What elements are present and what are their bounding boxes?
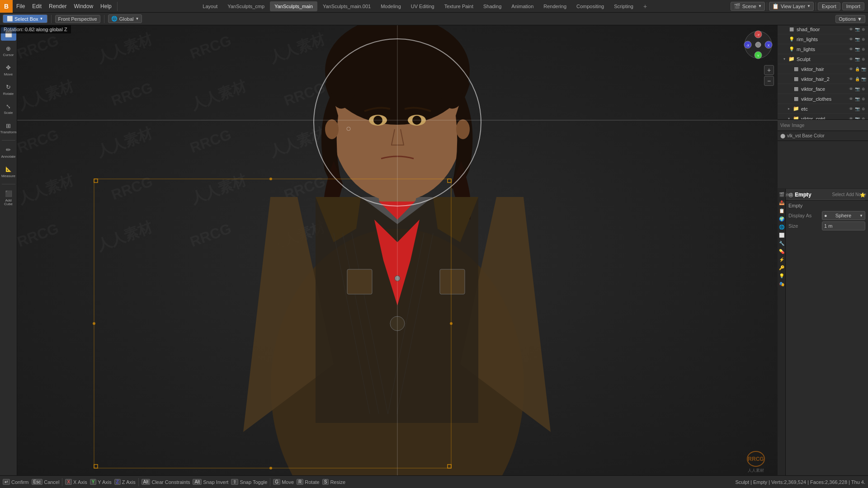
vis-lock5[interactable]: 🔒	[854, 66, 860, 72]
vis-sel4[interactable]: ⊕	[861, 56, 866, 62]
prop-icon-output[interactable]: 📤	[778, 199, 785, 206]
tool-select-box[interactable]: ⬜ Select Box	[1, 27, 16, 41]
tool-scale[interactable]: ⤡ Scale	[1, 99, 16, 118]
tab-yanscultps-cmp[interactable]: YanSculpts_cmp	[223, 1, 269, 11]
tree-item-rim-lights[interactable]: 💡 rim_lights 👁 📷 ⊕	[778, 34, 868, 44]
tab-modeling[interactable]: Modeling	[376, 1, 406, 11]
tree-item-etc[interactable]: ▸ 📁 etc 👁 📷 ⊕	[778, 104, 868, 114]
etc-arrow[interactable]: ▸	[787, 107, 791, 111]
tool-add-cube[interactable]: ⬛ Add Cube	[1, 187, 16, 210]
sculpt-expand-arrow[interactable]: ▾	[782, 57, 787, 61]
viktor-cntrl-arrow[interactable]: ▾	[787, 117, 791, 120]
vis-sel3[interactable]: ⊕	[861, 47, 866, 52]
tab-yanscultps-main-001[interactable]: YanSculpts_main.001	[318, 1, 375, 11]
vis-eye[interactable]: 👁	[848, 27, 854, 32]
tree-item-shad-floor[interactable]: ▦ shad_floor 👁 📷 ⊕	[778, 24, 868, 34]
vis-sel10[interactable]: ⊕	[861, 116, 866, 120]
tab-yanscultps-main[interactable]: YanSculpts_main	[270, 1, 317, 11]
vis-cam3[interactable]: 📷	[854, 47, 860, 52]
vis-eye9[interactable]: 👁	[848, 106, 854, 112]
scene-selector[interactable]: 🎬 Scene ▼	[731, 2, 765, 11]
vis-eye2[interactable]: 👁	[848, 37, 854, 42]
menu-render[interactable]: Render	[45, 0, 70, 13]
size-value[interactable]: 1 m	[822, 221, 865, 230]
vis-lock6[interactable]: 🔒	[854, 76, 860, 82]
vis-eye8[interactable]: 👁	[848, 96, 854, 102]
tree-item-sculpt[interactable]: ▾ 📁 Sculpt 👁 📷 ⊕	[778, 54, 868, 64]
prop-icon-scene[interactable]: 🌍	[778, 215, 785, 222]
vis-cam7[interactable]: 📷	[854, 86, 860, 92]
prop-icon-view-layer[interactable]: 📋	[778, 207, 785, 214]
vis-eye7[interactable]: 👁	[848, 86, 854, 92]
vis-sel2[interactable]: ⊕	[861, 37, 866, 42]
tree-item-viktor-hair[interactable]: ▦ viktor_hair 👁 🔒 📷	[778, 64, 868, 74]
import-button[interactable]: Import	[842, 2, 864, 10]
tab-add-workspace[interactable]: +	[639, 1, 651, 11]
prop-icon-render[interactable]: 🎬	[778, 191, 785, 198]
tool-cursor[interactable]: ⊕ Cursor	[1, 42, 16, 60]
menu-file[interactable]: File	[13, 0, 28, 13]
prop-icon-world[interactable]: 🌐	[778, 223, 785, 230]
vis-cam10[interactable]: 📷	[854, 116, 860, 120]
tab-texture-paint[interactable]: Texture Paint	[440, 1, 478, 11]
vis-cam2[interactable]: 📷	[854, 37, 860, 42]
tree-item-viktor-clothes[interactable]: ▦ viktor_clothes 👁 📷 ⊕	[778, 94, 868, 104]
vis-cam9[interactable]: 📷	[854, 106, 860, 112]
prop-icon-physics[interactable]: ⚡	[778, 256, 785, 263]
prop-icon-constraints[interactable]: 🔑	[778, 264, 785, 271]
z-key: Z	[114, 479, 121, 485]
global-selector[interactable]: 🌐 Global ▼	[108, 14, 142, 23]
zoom-out-button[interactable]: −	[764, 76, 774, 86]
vis-eye5[interactable]: 👁	[848, 66, 854, 72]
options-btn[interactable]: Options ▼	[835, 15, 865, 23]
shader-image-btn[interactable]: Image	[792, 123, 805, 128]
vis-cam4[interactable]: 📷	[854, 56, 860, 62]
menu-window[interactable]: Window	[70, 0, 97, 13]
tool-move[interactable]: ✥ Move	[1, 61, 16, 80]
tree-item-viktor-hair-2[interactable]: ▦ viktor_hair_2 👁 🔒 📷	[778, 74, 868, 84]
vis-cam8[interactable]: 📷	[854, 96, 860, 102]
prop-icon-material[interactable]: 🎭	[778, 280, 785, 287]
vis-eye4[interactable]: 👁	[848, 56, 854, 62]
tree-item-viktor-face[interactable]: ▦ viktor_face 👁 📷 ⊕	[778, 84, 868, 94]
tree-item-viktor-cntrl[interactable]: ▾ 📁 viktor_cntrl 👁 📷 ⊕	[778, 114, 868, 119]
tab-shading[interactable]: Shading	[479, 1, 506, 11]
display-as-select[interactable]: ● Sphere ▼	[822, 211, 865, 220]
prop-icon-modifier[interactable]: 🔧	[778, 239, 785, 247]
props-fake-user-icon[interactable]: ⭐	[860, 192, 865, 197]
tab-rendering[interactable]: Rendering	[539, 1, 571, 11]
tab-layout[interactable]: Layout	[198, 1, 222, 11]
vis-sel8[interactable]: ⊕	[861, 96, 866, 102]
tool-annotate[interactable]: ✏ Annotate	[1, 143, 16, 162]
export-button[interactable]: Export	[818, 2, 840, 10]
tool-transform[interactable]: ⊞ Transform	[1, 119, 16, 137]
menu-help[interactable]: Help	[97, 0, 115, 13]
tab-compositing[interactable]: Compositing	[572, 1, 609, 11]
viewport[interactable]: RRCG人人素材RRCG人人素材 人人素材RRCG人人素材RRCG RRCG人人…	[17, 25, 778, 475]
zoom-in-button[interactable]: +	[764, 65, 774, 75]
prop-icon-object[interactable]: ⬜	[778, 231, 785, 239]
vis-sel[interactable]: ⊕	[861, 27, 866, 32]
vis-eye3[interactable]: 👁	[848, 47, 854, 52]
menu-edit[interactable]: Edit	[28, 0, 45, 13]
vis-cam6[interactable]: 📷	[861, 76, 866, 82]
tool-rotate[interactable]: ↻ Rotate	[1, 80, 16, 99]
prop-icon-particles[interactable]: 💊	[778, 248, 785, 255]
vis-eye10[interactable]: 👁	[848, 116, 854, 120]
vis-sel9[interactable]: ⊕	[861, 106, 866, 112]
tab-uv-editing[interactable]: UV Editing	[406, 1, 439, 11]
viktor-hair2-label: viktor_hair_2	[801, 76, 846, 82]
shader-view-btn[interactable]: View	[780, 123, 790, 128]
tab-scripting[interactable]: Scripting	[609, 1, 638, 11]
view-layer-selector[interactable]: 📋 View Layer ▼	[769, 2, 814, 11]
tree-item-m-lights[interactable]: 💡 m_lights 👁 📷 ⊕	[778, 44, 868, 54]
vis-sel7[interactable]: ⊕	[861, 86, 866, 92]
mode-selector[interactable]: ⬜ Select Box ▼	[3, 14, 47, 23]
view-mode-btn[interactable]: Front Perspective	[55, 15, 100, 23]
vis-cam5[interactable]: 📷	[861, 66, 866, 72]
tool-measure[interactable]: 📐 Measure	[1, 163, 16, 181]
vis-cam[interactable]: 📷	[854, 27, 860, 32]
prop-icon-data[interactable]: 💡	[778, 272, 785, 279]
tab-animation[interactable]: Animation	[507, 1, 538, 11]
vis-eye6[interactable]: 👁	[848, 76, 854, 82]
